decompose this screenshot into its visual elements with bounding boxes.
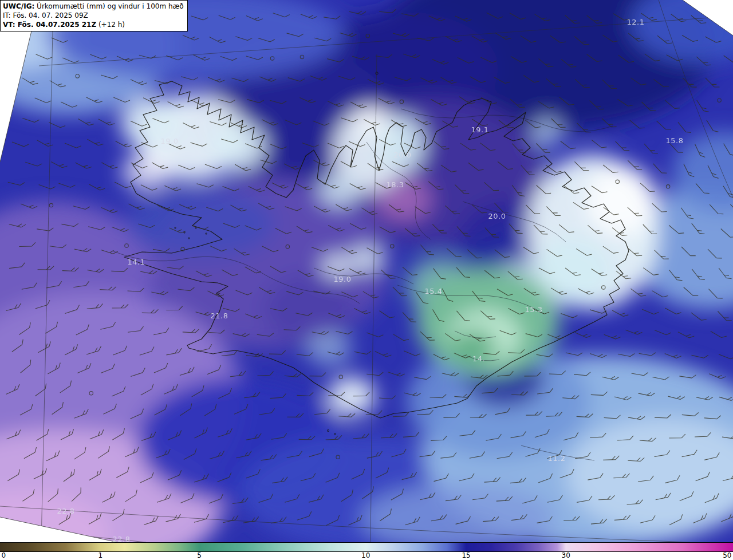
- precipitation-blob: [350, 246, 383, 271]
- precipitation-blob: [586, 165, 657, 236]
- precipitation-blob: [328, 377, 376, 416]
- valid-time: VT: Fös. 04.07.2025 21Z: [3, 21, 96, 29]
- precipitation-blob: [451, 329, 497, 363]
- precipitation-blob: [322, 255, 352, 278]
- precipitation-blob: [126, 189, 275, 258]
- colorbar: 01510153050: [0, 542, 733, 560]
- weather-map-viewport: 12.119.019.115.820.018.320.014.119.015.4…: [0, 0, 733, 560]
- colorbar-scale: 01510153050: [0, 552, 733, 560]
- colorbar-tick-label: 15: [462, 552, 470, 559]
- precipitation-blob: [354, 105, 388, 135]
- colorbar-gradient: [0, 542, 733, 552]
- precipitation-blob: [209, 122, 266, 170]
- map-title-line: UWC/IG: Úrkomumætti (mm) og vindur i 100…: [3, 2, 184, 11]
- weather-map: 12.119.019.115.820.018.320.014.119.015.4…: [0, 0, 733, 542]
- init-time: IT: Fös. 04. 07. 2025 09Z: [3, 11, 184, 20]
- colorbar-tick-label: 10: [361, 552, 370, 559]
- precipitation-blob: [263, 275, 355, 344]
- precipitation-blob: [122, 153, 170, 190]
- valid-time-line: VT: Fös. 04.07.2025 21Z (+12 h): [3, 20, 184, 29]
- map-title-box: UWC/IG: Úrkomumætti (mm) og vindur i 100…: [0, 0, 188, 31]
- colorbar-tick-label: 0: [2, 552, 6, 559]
- colorbar-tick-label: 30: [562, 552, 570, 559]
- precipitation-blob: [532, 117, 562, 147]
- precipitation-blob: [318, 174, 360, 206]
- colorbar-tick-label: 5: [197, 552, 202, 559]
- colorbar-tick-label: 1: [98, 552, 103, 559]
- precipitation-field-layer: [0, 0, 733, 542]
- weather-map-canvas: [0, 0, 733, 542]
- colorbar-tick-label: 50: [723, 552, 731, 559]
- precipitation-blob: [306, 332, 352, 366]
- map-title: Úrkomumætti (mm) og vindur i 100m hæð: [34, 2, 183, 10]
- product-name: UWC/IG:: [3, 2, 34, 10]
- valid-time-offset: (+12 h): [96, 21, 125, 29]
